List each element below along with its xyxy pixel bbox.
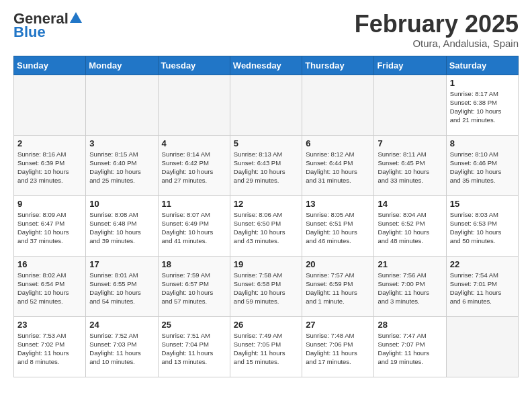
day-number: 7 [378,138,442,148]
calendar-cell: 15Sunrise: 8:03 AM Sunset: 6:53 PM Dayli… [446,195,518,256]
day-info: Sunrise: 8:14 AM Sunset: 6:42 PM Dayligh… [162,150,226,185]
calendar-cell: 4Sunrise: 8:14 AM Sunset: 6:42 PM Daylig… [158,135,230,195]
week-row-2: 2Sunrise: 8:16 AM Sunset: 6:39 PM Daylig… [14,135,519,195]
calendar-cell: 5Sunrise: 8:13 AM Sunset: 6:43 PM Daylig… [230,135,302,195]
logo-blue-text: Blue [13,24,46,40]
calendar-cell: 28Sunrise: 7:47 AM Sunset: 7:07 PM Dayli… [374,316,446,377]
calendar-cell: 8Sunrise: 8:10 AM Sunset: 6:46 PM Daylig… [446,135,518,195]
calendar-cell: 21Sunrise: 7:56 AM Sunset: 7:00 PM Dayli… [374,256,446,316]
day-info: Sunrise: 7:52 AM Sunset: 7:03 PM Dayligh… [89,331,154,367]
header: General Blue February 2025 Otura, Andalu… [13,11,519,49]
logo: General Blue [13,11,82,40]
location: Otura, Andalusia, Spain [355,38,519,49]
day-info: Sunrise: 8:01 AM Sunset: 6:55 PM Dayligh… [89,271,154,306]
calendar-cell: 19Sunrise: 7:58 AM Sunset: 6:58 PM Dayli… [230,256,302,316]
header-wednesday: Wednesday [230,56,302,75]
calendar-cell: 25Sunrise: 7:51 AM Sunset: 7:04 PM Dayli… [158,316,230,377]
day-info: Sunrise: 7:56 AM Sunset: 7:00 PM Dayligh… [378,271,442,306]
calendar-cell: 9Sunrise: 8:09 AM Sunset: 6:47 PM Daylig… [14,195,86,256]
day-info: Sunrise: 8:06 AM Sunset: 6:50 PM Dayligh… [234,210,298,246]
calendar-cell [158,75,230,135]
day-number: 12 [234,199,298,209]
day-info: Sunrise: 8:05 AM Sunset: 6:51 PM Dayligh… [306,210,370,246]
day-info: Sunrise: 7:51 AM Sunset: 7:04 PM Dayligh… [162,331,226,367]
svg-marker-0 [70,12,82,23]
day-info: Sunrise: 8:03 AM Sunset: 6:53 PM Dayligh… [450,210,515,246]
logo-icon [70,12,82,26]
calendar-cell: 13Sunrise: 8:05 AM Sunset: 6:51 PM Dayli… [302,195,374,256]
day-info: Sunrise: 8:10 AM Sunset: 6:46 PM Dayligh… [450,150,515,185]
day-info: Sunrise: 8:04 AM Sunset: 6:52 PM Dayligh… [378,210,442,246]
day-info: Sunrise: 7:59 AM Sunset: 6:57 PM Dayligh… [162,271,226,306]
day-info: Sunrise: 7:54 AM Sunset: 7:01 PM Dayligh… [450,271,515,306]
month-title: February 2025 [355,11,519,38]
week-row-5: 23Sunrise: 7:53 AM Sunset: 7:02 PM Dayli… [14,316,519,377]
page: General Blue February 2025 Otura, Andalu… [0,0,532,411]
calendar-cell [446,316,518,377]
day-info: Sunrise: 8:12 AM Sunset: 6:44 PM Dayligh… [306,150,370,185]
day-number: 4 [162,138,226,148]
day-number: 17 [89,259,154,269]
day-number: 24 [89,320,154,330]
day-number: 6 [306,138,370,148]
calendar-cell: 22Sunrise: 7:54 AM Sunset: 7:01 PM Dayli… [446,256,518,316]
day-number: 2 [17,138,82,148]
calendar: Sunday Monday Tuesday Wednesday Thursday… [13,56,519,377]
day-number: 25 [162,320,226,330]
week-row-1: 1Sunrise: 8:17 AM Sunset: 6:38 PM Daylig… [14,75,519,135]
day-number: 1 [450,78,515,88]
calendar-cell: 2Sunrise: 8:16 AM Sunset: 6:39 PM Daylig… [14,135,86,195]
calendar-cell [230,75,302,135]
calendar-cell: 7Sunrise: 8:11 AM Sunset: 6:45 PM Daylig… [374,135,446,195]
calendar-cell: 12Sunrise: 8:06 AM Sunset: 6:50 PM Dayli… [230,195,302,256]
day-number: 22 [450,259,515,269]
calendar-cell: 3Sunrise: 8:15 AM Sunset: 6:40 PM Daylig… [86,135,158,195]
day-number: 11 [162,199,226,209]
week-row-3: 9Sunrise: 8:09 AM Sunset: 6:47 PM Daylig… [14,195,519,256]
calendar-cell: 26Sunrise: 7:49 AM Sunset: 7:05 PM Dayli… [230,316,302,377]
calendar-cell: 10Sunrise: 8:08 AM Sunset: 6:48 PM Dayli… [86,195,158,256]
calendar-cell: 1Sunrise: 8:17 AM Sunset: 6:38 PM Daylig… [446,75,518,135]
header-thursday: Thursday [302,56,374,75]
day-info: Sunrise: 8:13 AM Sunset: 6:43 PM Dayligh… [234,150,298,185]
day-info: Sunrise: 8:08 AM Sunset: 6:48 PM Dayligh… [89,210,154,246]
day-info: Sunrise: 7:53 AM Sunset: 7:02 PM Dayligh… [17,331,82,367]
day-info: Sunrise: 7:48 AM Sunset: 7:06 PM Dayligh… [306,331,370,367]
day-number: 10 [89,199,154,209]
calendar-cell [14,75,86,135]
day-number: 15 [450,199,515,209]
calendar-cell: 27Sunrise: 7:48 AM Sunset: 7:06 PM Dayli… [302,316,374,377]
header-right: February 2025 Otura, Andalusia, Spain [355,11,519,49]
day-number: 5 [234,138,298,148]
day-info: Sunrise: 8:07 AM Sunset: 6:49 PM Dayligh… [162,210,226,246]
day-info: Sunrise: 7:49 AM Sunset: 7:05 PM Dayligh… [234,331,298,367]
calendar-cell: 17Sunrise: 8:01 AM Sunset: 6:55 PM Dayli… [86,256,158,316]
day-info: Sunrise: 8:09 AM Sunset: 6:47 PM Dayligh… [17,210,82,246]
day-info: Sunrise: 8:15 AM Sunset: 6:40 PM Dayligh… [89,150,154,185]
day-number: 9 [17,199,82,209]
day-number: 23 [17,320,82,330]
calendar-cell [86,75,158,135]
calendar-cell [374,75,446,135]
day-number: 27 [306,320,370,330]
header-tuesday: Tuesday [158,56,230,75]
day-number: 14 [378,199,442,209]
header-monday: Monday [86,56,158,75]
day-number: 20 [306,259,370,269]
header-friday: Friday [374,56,446,75]
calendar-cell: 14Sunrise: 8:04 AM Sunset: 6:52 PM Dayli… [374,195,446,256]
week-row-4: 16Sunrise: 8:02 AM Sunset: 6:54 PM Dayli… [14,256,519,316]
day-number: 3 [89,138,154,148]
day-number: 18 [162,259,226,269]
weekday-header-row: Sunday Monday Tuesday Wednesday Thursday… [14,56,519,75]
header-sunday: Sunday [14,56,86,75]
day-info: Sunrise: 7:57 AM Sunset: 6:59 PM Dayligh… [306,271,370,306]
calendar-cell: 16Sunrise: 8:02 AM Sunset: 6:54 PM Dayli… [14,256,86,316]
day-number: 21 [378,259,442,269]
calendar-cell: 18Sunrise: 7:59 AM Sunset: 6:57 PM Dayli… [158,256,230,316]
header-saturday: Saturday [446,56,518,75]
day-number: 28 [378,320,442,330]
day-number: 13 [306,199,370,209]
day-info: Sunrise: 7:58 AM Sunset: 6:58 PM Dayligh… [234,271,298,306]
day-number: 8 [450,138,515,148]
